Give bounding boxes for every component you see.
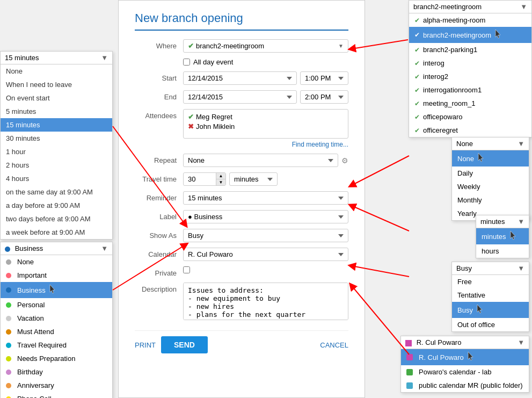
calendar-item-lab[interactable]: Powaro's calendar - lab (401, 365, 529, 379)
private-checkbox[interactable] (183, 266, 190, 273)
reminder-item-5[interactable]: 5 minutes (1, 105, 112, 118)
label-item-important[interactable]: Important (1, 269, 112, 282)
end-date-select[interactable]: 12/14/2015 (183, 90, 297, 104)
reminder-item-sameday[interactable]: on the same day at 9:00 AM (1, 185, 112, 199)
label-dot-birthday (6, 370, 11, 375)
room-item-parking[interactable]: ✔ branch2-parking1 (409, 43, 531, 56)
calendar-item-rcul[interactable]: R. Cul Powaro (401, 349, 529, 365)
repeat-gear-icon[interactable]: ⚙ (341, 156, 348, 165)
unit-dropdown-arrow: ▼ (518, 218, 524, 226)
room-item-officeregret[interactable]: ✔ officeregret (409, 124, 531, 137)
reminder-item-daybefore[interactable]: a day before at 9:00 AM (1, 199, 112, 212)
calendar-color-public (406, 382, 413, 389)
print-button[interactable]: PRINT (135, 341, 156, 349)
label-dot-business (6, 287, 11, 293)
start-label: Start (135, 71, 183, 82)
label-item-mustattend[interactable]: Must Attend (1, 325, 112, 338)
showas-dropdown-arrow: ▼ (518, 264, 524, 272)
label-item-anniversary[interactable]: Anniversary (1, 379, 112, 392)
calendar-row: Calendar R. Cul Powaro (135, 248, 348, 261)
repeat-item-daily[interactable]: Daily (452, 167, 529, 180)
allday-text: All day event (193, 58, 233, 66)
allday-checkbox[interactable] (183, 59, 190, 66)
room-item-alpha[interactable]: ✔ alpha-meeting-room (409, 13, 531, 27)
room-item-meeting1[interactable]: ✔ meeting_room_1 (409, 97, 531, 110)
label-item-birthday[interactable]: Birthday (1, 365, 112, 379)
description-textarea[interactable]: Issues to address: - new equipment to bu… (183, 283, 348, 320)
attendees-label: Attendees (135, 109, 183, 120)
showas-label: Show As (135, 229, 183, 240)
allday-label-text[interactable]: All day event (183, 58, 348, 66)
repeat-select[interactable]: None Daily Weekly Monthly Yearly (183, 154, 338, 167)
showas-select[interactable]: Busy (183, 229, 348, 242)
end-row: End 12/14/2015 2:00 PM (135, 90, 348, 104)
label-dot-anniversary (6, 383, 11, 388)
unit-item-hours[interactable]: hours (476, 244, 529, 258)
reminder-select[interactable]: 15 minutes (183, 191, 348, 205)
unit-item-minutes[interactable]: minutes (476, 228, 529, 244)
calendar-select[interactable]: R. Cul Powaro (183, 248, 348, 261)
reminder-item-none[interactable]: None (1, 64, 112, 78)
cursor-icon (49, 285, 56, 295)
reminder-item-1h[interactable]: 1 hour (1, 145, 112, 158)
repeat-dropdown-header: None ▼ (452, 138, 529, 150)
label-item-vacation[interactable]: Vacation (1, 312, 112, 325)
start-row: Start 12/14/2015 1:00 PM (135, 71, 348, 85)
travel-unit-select[interactable]: minutes hours (229, 172, 278, 186)
attendee-2-name: John Miklein (196, 122, 235, 131)
repeat-item-monthly[interactable]: Monthly (452, 193, 529, 207)
start-date-select[interactable]: 12/14/2015 (183, 71, 297, 85)
room-check-officeregret: ✔ (414, 127, 420, 134)
label-item-none[interactable]: None (1, 255, 112, 269)
label-item-travel[interactable]: Travel Required (1, 338, 112, 352)
reminder-item-30[interactable]: 30 minutes (1, 132, 112, 145)
reminder-item-2days[interactable]: two days before at 9:00 AM (1, 212, 112, 226)
repeat-control: None Daily Weekly Monthly Yearly ⚙ (183, 154, 348, 167)
room-item-interrogation[interactable]: ✔ interrogationroom1 (409, 83, 531, 97)
send-button[interactable]: SEND (161, 336, 208, 353)
room-item-officepowaro[interactable]: ✔ officepowaro (409, 110, 531, 124)
calendar-dropdown-arrow: ▼ (518, 338, 524, 346)
label-item-phonecall[interactable]: Phone Call (1, 392, 112, 398)
private-label: Private (135, 266, 183, 277)
label-dot-needs (6, 356, 11, 361)
label-dropdown: Business ▼ None Important Business Perso… (0, 242, 113, 398)
reminder-item-start[interactable]: On event start (1, 91, 112, 105)
cancel-button[interactable]: CANCEL (320, 341, 348, 349)
showas-item-tentative[interactable]: Tentative (452, 288, 529, 302)
room-item-interog[interactable]: ✔ interog (409, 56, 531, 70)
label-item-needs[interactable]: Needs Preparation (1, 352, 112, 365)
reminder-item-4h[interactable]: 4 hours (1, 172, 112, 185)
reminder-control: 15 minutes (183, 191, 348, 205)
showas-item-busy[interactable]: Busy (452, 302, 529, 318)
unit-dropdown: minutes ▼ minutes hours (476, 215, 529, 258)
calendar-item-public[interactable]: public calendar MR (public folder) (401, 379, 529, 392)
showas-item-free[interactable]: Free (452, 275, 529, 288)
reminder-item-leave[interactable]: When I need to leave (1, 78, 112, 91)
reminder-item-2h[interactable]: 2 hours (1, 158, 112, 172)
calendar-label: Calendar (135, 248, 183, 258)
find-meeting-link[interactable]: Find meeting time... (183, 141, 348, 148)
repeat-item-weekly[interactable]: Weekly (452, 180, 529, 193)
start-time-select[interactable]: 1:00 PM (300, 71, 348, 85)
attendees-box: ✔ Meg Regret ✖ John Miklein (183, 109, 348, 139)
label-item-business[interactable]: Business (1, 282, 112, 298)
end-time-select[interactable]: 2:00 PM (300, 90, 348, 104)
label-dropdown-header: Business ▼ (1, 242, 112, 255)
calendar-dropdown: R. Cul Powaro ▼ R. Cul Powaro Powaro's c… (400, 336, 529, 393)
allday-label (135, 58, 183, 61)
allday-row: All day event (135, 58, 348, 66)
label-select[interactable]: ● Business (183, 210, 348, 223)
travel-spin-up[interactable]: ▲ (216, 173, 225, 179)
reminder-item-week[interactable]: a week before at 9:00 AM (1, 226, 112, 239)
where-box[interactable]: ✔ branch2-meetingroom ▼ (183, 39, 348, 53)
traveltime-control: ▲ ▼ minutes hours (183, 172, 348, 186)
room-item-branch2[interactable]: ✔ branch2-meetingroom (409, 27, 531, 43)
reminder-item-15[interactable]: 15 minutes (1, 118, 112, 132)
repeat-item-none[interactable]: None (452, 150, 529, 167)
description-label: Description (135, 283, 183, 293)
label-item-personal[interactable]: Personal (1, 298, 112, 312)
room-item-interog2[interactable]: ✔ interog2 (409, 70, 531, 83)
travel-spin-down[interactable]: ▼ (216, 179, 225, 185)
showas-item-outofoffice[interactable]: Out of office (452, 318, 529, 331)
